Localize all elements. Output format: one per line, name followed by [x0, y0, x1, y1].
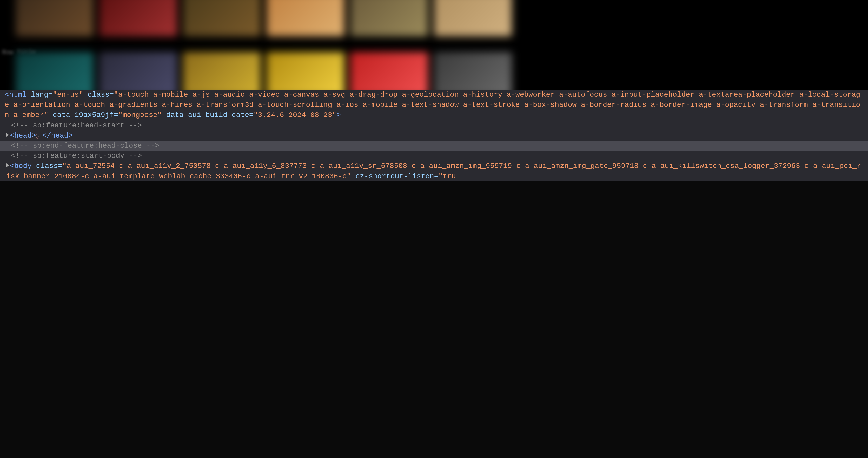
video-thumbnail[interactable] [434, 0, 512, 36]
lang-val: "en-us" [53, 91, 83, 99]
build-val: "3.24.6-2024-08-23" [254, 111, 336, 119]
expand-arrow-icon[interactable] [6, 133, 9, 137]
head-element-line[interactable]: <head>…</head> [0, 130, 868, 141]
body-tag: body [14, 162, 32, 170]
video-thumbnail[interactable] [183, 52, 261, 90]
lang-attr: lang= [27, 91, 53, 99]
tag-open-bracket: < [10, 162, 14, 170]
comment-head-start[interactable]: <!-- sp:feature:head-start --> [0, 120, 868, 130]
thumbnail-row-bottom [0, 52, 512, 90]
class-attr: class= [83, 91, 114, 99]
video-thumbnail[interactable] [16, 52, 94, 90]
comment-body-start[interactable]: <!-- sp:feature:start-body --> [0, 151, 868, 161]
cz-val: "tru [438, 172, 456, 180]
video-thumbnail[interactable] [16, 0, 94, 36]
background-thumbnail-region: Row Title [0, 0, 868, 90]
build-attr: data-aui-build-date= [162, 111, 254, 119]
video-thumbnail[interactable] [267, 52, 344, 90]
head-open: <head> [10, 131, 36, 140]
ellipsis-icon[interactable]: … [36, 133, 42, 139]
data19-val: "mongoose" [118, 111, 162, 119]
head-close: </head> [42, 131, 73, 140]
tag-open-bracket: < [5, 91, 9, 99]
thumbnail-row-top [0, 0, 512, 36]
video-thumbnail[interactable] [183, 0, 261, 36]
video-thumbnail[interactable] [99, 52, 177, 90]
cz-attr: cz-shortcut-listen= [351, 172, 438, 180]
video-thumbnail[interactable] [267, 0, 344, 36]
expand-arrow-icon[interactable] [6, 163, 9, 167]
video-thumbnail[interactable] [434, 52, 512, 90]
devtools-elements-panel[interactable]: <html lang="en-us" class="a-touch a-mobi… [0, 90, 868, 181]
video-thumbnail[interactable] [350, 52, 428, 90]
comment-head-close[interactable]: <!-- sp:end-feature:head-close --> [0, 141, 868, 151]
class-attr: class= [32, 162, 62, 170]
body-element-line[interactable]: <body class="a-aui_72554-c a-aui_a11y_2_… [0, 161, 868, 181]
tag-close-bracket: > [336, 111, 341, 119]
data19-attr: data-19ax5a9jf= [48, 111, 118, 119]
video-thumbnail[interactable] [350, 0, 428, 36]
html-tag: html [9, 91, 27, 99]
html-element-line[interactable]: <html lang="en-us" class="a-touch a-mobi… [0, 90, 868, 120]
video-thumbnail[interactable] [99, 0, 177, 36]
